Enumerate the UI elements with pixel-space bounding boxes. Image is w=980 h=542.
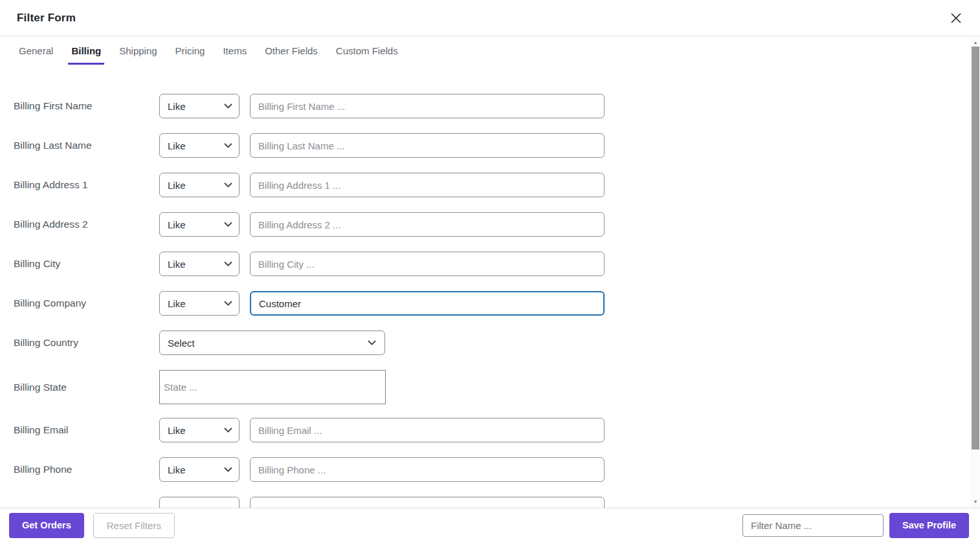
filter-rows: Billing First Name Like Billing Last Nam… [0, 94, 971, 508]
filter-row-partially-visible [14, 497, 971, 508]
billing-last-name-operator-select[interactable]: Like [159, 133, 239, 158]
billing-last-name-input[interactable] [250, 133, 605, 158]
filter-row-billing-country: Billing Country Select [14, 331, 971, 355]
modal-footer: Get Orders Reset Filters Save Profile [0, 508, 980, 542]
billing-first-name-operator-select-wrap: Like [159, 94, 239, 118]
filter-row-billing-city: Billing City Like [14, 252, 971, 276]
field-label: Billing Email [14, 424, 159, 436]
field-label: Billing State [14, 382, 159, 393]
reset-filters-button[interactable]: Reset Filters [93, 513, 175, 538]
vertical-scrollbar[interactable]: ▲ ▼ [971, 37, 980, 508]
close-button[interactable] [948, 10, 964, 27]
billing-address-1-operator-select-wrap: Like [159, 173, 239, 197]
tab-billing[interactable]: Billing [68, 45, 104, 65]
scrollbar-thumb[interactable] [972, 47, 979, 450]
modal-body: General Billing Shipping Pricing Items O… [0, 37, 971, 508]
filter-row-billing-phone: Billing Phone Like [14, 457, 971, 482]
page-title: Filter Form [17, 12, 76, 25]
billing-country-select-wrap: Select [159, 331, 385, 355]
billing-address-1-operator-select[interactable]: Like [159, 173, 239, 197]
partial-row-operator-select-wrap [159, 497, 239, 508]
filter-row-billing-address-1: Billing Address 1 Like [14, 173, 971, 197]
billing-address-1-input[interactable] [250, 173, 605, 197]
filter-row-billing-first-name: Billing First Name Like [14, 94, 971, 118]
billing-city-input[interactable] [250, 252, 605, 276]
tab-shipping[interactable]: Shipping [116, 45, 160, 65]
billing-email-input[interactable] [250, 418, 605, 442]
billing-city-operator-select-wrap: Like [159, 252, 239, 276]
billing-company-operator-select[interactable]: Like [159, 291, 239, 316]
billing-address-2-operator-select[interactable]: Like [159, 212, 239, 237]
tab-general[interactable]: General [16, 45, 56, 65]
field-label: Billing Last Name [14, 140, 159, 151]
billing-company-input[interactable] [250, 291, 605, 316]
filter-row-billing-state: Billing State [14, 370, 971, 404]
field-label: Billing Address 1 [14, 179, 159, 191]
tab-bar: General Billing Shipping Pricing Items O… [0, 37, 971, 65]
billing-phone-operator-select-wrap: Like [159, 457, 239, 482]
scrollbar-up-arrow-icon[interactable]: ▲ [971, 38, 980, 46]
modal-header: Filter Form [0, 0, 980, 36]
field-label: Billing City [14, 258, 159, 270]
partial-row-input[interactable] [250, 497, 605, 508]
tab-items[interactable]: Items [219, 45, 250, 65]
billing-email-operator-select[interactable]: Like [159, 418, 239, 442]
close-icon [950, 12, 962, 24]
billing-first-name-operator-select[interactable]: Like [159, 94, 239, 118]
billing-email-operator-select-wrap: Like [159, 418, 239, 442]
field-label: Billing First Name [14, 100, 159, 112]
filter-name-input[interactable] [742, 514, 884, 537]
filter-row-billing-company: Billing Company Like [14, 291, 971, 316]
filter-row-billing-email: Billing Email Like [14, 418, 971, 442]
billing-first-name-input[interactable] [250, 94, 605, 118]
field-label: Billing Address 2 [14, 219, 159, 230]
billing-company-operator-select-wrap: Like [159, 291, 239, 316]
scrollbar-down-arrow-icon[interactable]: ▼ [971, 497, 980, 505]
billing-phone-operator-select[interactable]: Like [159, 457, 239, 482]
partial-row-operator-select[interactable] [159, 497, 239, 508]
billing-state-input[interactable] [159, 370, 386, 404]
footer-right-group: Save Profile [742, 513, 969, 538]
billing-address-2-operator-select-wrap: Like [159, 212, 239, 237]
billing-last-name-operator-select-wrap: Like [159, 133, 239, 158]
tab-other-fields[interactable]: Other Fields [262, 45, 321, 65]
filter-row-billing-last-name: Billing Last Name Like [14, 133, 971, 158]
field-label: Billing Country [14, 337, 159, 349]
tab-pricing[interactable]: Pricing [172, 45, 208, 65]
get-orders-button[interactable]: Get Orders [9, 513, 84, 538]
field-label: Billing Phone [14, 464, 159, 475]
billing-country-select[interactable]: Select [159, 331, 385, 355]
save-profile-button[interactable]: Save Profile [889, 513, 969, 538]
billing-city-operator-select[interactable]: Like [159, 252, 239, 276]
filter-row-billing-address-2: Billing Address 2 Like [14, 212, 971, 237]
billing-address-2-input[interactable] [250, 212, 605, 237]
tab-custom-fields[interactable]: Custom Fields [333, 45, 401, 65]
billing-phone-input[interactable] [250, 457, 605, 482]
field-label: Billing Company [14, 298, 159, 309]
